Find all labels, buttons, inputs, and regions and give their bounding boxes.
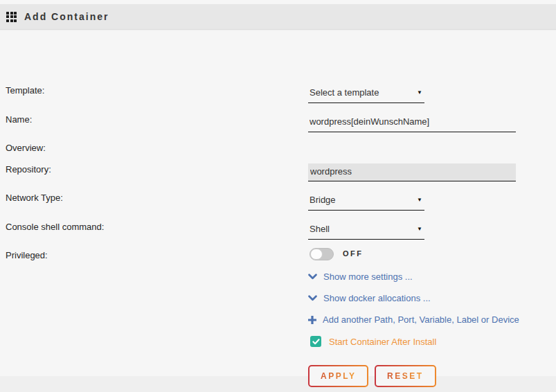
console-shell-select-value: Shell: [310, 224, 330, 234]
name-input[interactable]: [308, 114, 516, 132]
apply-button[interactable]: APPLY: [308, 365, 368, 387]
network-type-label: Network Type:: [6, 193, 63, 203]
show-docker-allocations-label: Show docker allocations ...: [323, 293, 431, 303]
show-more-settings-link[interactable]: Show more settings ...: [308, 271, 413, 282]
grid-icon: [6, 12, 17, 22]
page-title: Add Container: [24, 11, 109, 22]
network-type-select-value: Bridge: [310, 195, 336, 205]
console-shell-label: Console shell command:: [6, 222, 104, 232]
checkbox-checked-icon[interactable]: [310, 336, 321, 347]
chevron-down-icon: [308, 295, 317, 301]
name-label: Name:: [6, 114, 32, 125]
template-select-value: Select a template: [310, 87, 379, 98]
reset-button-label: RESET: [387, 371, 424, 381]
chevron-down-icon: ▼: [417, 89, 422, 96]
plus-icon: [308, 316, 316, 324]
start-container-label: Start Container After Install: [329, 337, 436, 347]
show-docker-allocations-link[interactable]: Show docker allocations ...: [308, 293, 431, 303]
chevron-down-icon: ▼: [417, 226, 422, 232]
network-type-select[interactable]: Bridge ▼: [308, 193, 424, 211]
repository-label: Repository:: [6, 164, 51, 175]
add-another-label: Add another Path, Port, Variable, Label …: [323, 314, 519, 325]
toggle-knob: [310, 249, 323, 260]
privileged-label: Privileged:: [6, 250, 48, 260]
privileged-toggle-state: OFF: [343, 249, 364, 258]
template-label: Template:: [6, 85, 44, 96]
console-shell-select[interactable]: Shell ▼: [308, 222, 424, 240]
start-container-checkbox-row[interactable]: Start Container After Install: [310, 336, 436, 347]
add-another-link[interactable]: Add another Path, Port, Variable, Label …: [308, 314, 519, 325]
chevron-down-icon: ▼: [417, 197, 422, 203]
form-content: Template: Name: Overview: Repository: Ne…: [0, 30, 556, 376]
privileged-toggle[interactable]: [310, 248, 334, 260]
apply-button-label: APPLY: [321, 371, 356, 381]
chevron-down-icon: [308, 274, 317, 280]
show-more-settings-label: Show more settings ...: [323, 271, 413, 282]
overview-label: Overview:: [6, 143, 46, 153]
repository-input[interactable]: [308, 163, 516, 181]
reset-button[interactable]: RESET: [375, 365, 436, 387]
add-container-page: Add Container Template: Name: Overview: …: [0, 0, 556, 392]
page-header: Add Container: [0, 4, 556, 30]
template-select[interactable]: Select a template ▼: [308, 85, 424, 103]
